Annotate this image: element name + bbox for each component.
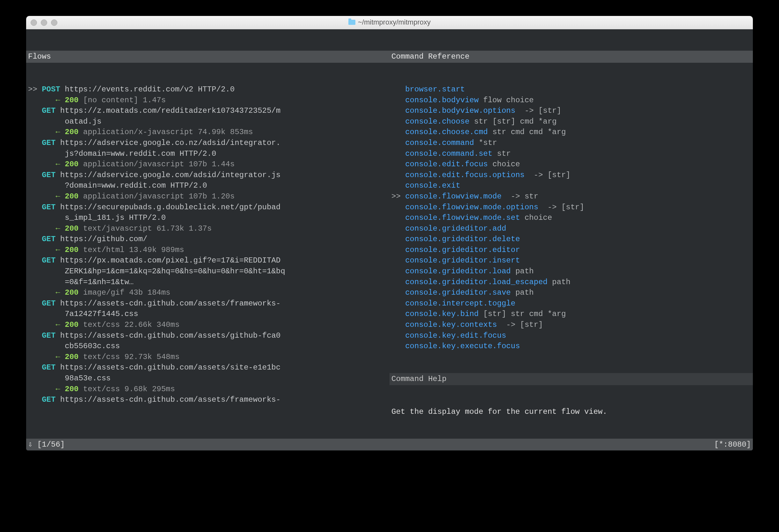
flow-row[interactable]: GET https://z.moatads.com/redditadzerk10… bbox=[26, 106, 390, 116]
response-meta: application/x-javascript 74.99k 853ms bbox=[83, 128, 253, 136]
command-row[interactable]: console.intercept.toggle bbox=[390, 298, 753, 309]
command-row[interactable]: console.key.bind [str] str cmd *arg bbox=[390, 309, 753, 320]
command-marker bbox=[392, 85, 401, 94]
command-row[interactable]: console.grideditor.editor bbox=[390, 245, 753, 256]
response-arrow-icon: ← bbox=[51, 246, 65, 254]
flow-row[interactable]: GET https://assets-cdn.github.com/assets… bbox=[26, 298, 390, 309]
status-bar: ⇩ [1/56] [*:8080] bbox=[26, 439, 753, 451]
command-marker bbox=[392, 181, 401, 190]
response-code: 200 bbox=[65, 192, 78, 201]
response-code: 200 bbox=[65, 96, 78, 105]
flow-url: https://events.reddit.com/v2 HTTP/2.0 bbox=[65, 85, 235, 94]
command-args: str [str] cmd *arg bbox=[474, 117, 556, 126]
flow-marker bbox=[28, 363, 37, 372]
flow-url-cont: js?domain=www.reddit.com HTTP/2.0 bbox=[26, 148, 390, 159]
command-help-header: Command Help bbox=[390, 373, 753, 385]
flow-row[interactable]: GET https://assets-cdn.github.com/assets… bbox=[26, 330, 390, 341]
command-row[interactable]: console.key.contexts -> [str] bbox=[390, 320, 753, 330]
flow-row[interactable]: GET https://px.moatads.com/pixel.gif?e=1… bbox=[26, 255, 390, 266]
command-name: console.choose bbox=[405, 117, 470, 126]
command-marker bbox=[392, 107, 401, 115]
zoom-icon[interactable] bbox=[51, 19, 57, 26]
flows-pane[interactable]: Flows >> POST https://events.reddit.com/… bbox=[26, 29, 390, 439]
command-row[interactable]: console.flowview.mode.options -> [str] bbox=[390, 202, 753, 213]
flow-url: https://assets-cdn.github.com/assets/git… bbox=[60, 331, 281, 340]
command-marker bbox=[392, 224, 401, 233]
command-name: console.command.set bbox=[405, 149, 492, 158]
command-row[interactable]: browser.start bbox=[390, 84, 753, 95]
flow-url: https://px.moatads.com/pixel.gif?e=17&i=… bbox=[60, 256, 281, 265]
command-name: console.bodyview.options bbox=[405, 107, 516, 115]
command-row[interactable]: console.bodyview.options -> [str] bbox=[390, 106, 753, 116]
command-args: choice bbox=[525, 213, 552, 222]
command-row[interactable]: console.grideditor.load path bbox=[390, 266, 753, 277]
response-meta: text/css 9.68k 295ms bbox=[83, 385, 175, 393]
command-marker bbox=[392, 160, 401, 169]
command-row[interactable]: console.grideditor.save path bbox=[390, 287, 753, 298]
close-icon[interactable] bbox=[31, 19, 37, 26]
flow-row[interactable]: GET https://securepubads.g.doubleclick.n… bbox=[26, 202, 390, 213]
command-return: -> [str] bbox=[548, 203, 584, 211]
http-method: GET bbox=[42, 331, 55, 340]
flow-row[interactable]: >> POST https://events.reddit.com/v2 HTT… bbox=[26, 84, 390, 95]
flow-row[interactable]: GET https://github.com/ bbox=[26, 234, 390, 245]
command-row[interactable]: console.bodyview flow choice bbox=[390, 95, 753, 106]
command-row[interactable]: console.key.execute.focus bbox=[390, 341, 753, 352]
flow-response: ← 200 text/css 22.66k 340ms bbox=[26, 320, 390, 330]
command-name: console.grideditor.editor bbox=[405, 246, 520, 254]
command-name: console.edit.focus bbox=[405, 160, 488, 169]
command-marker bbox=[392, 203, 401, 211]
flow-url: https://assets-cdn.github.com/assets/sit… bbox=[60, 363, 281, 372]
response-meta: image/gif 43b 184ms bbox=[83, 288, 171, 297]
command-row[interactable]: console.edit.focus choice bbox=[390, 159, 753, 170]
command-row[interactable]: console.choose str [str] cmd *arg bbox=[390, 116, 753, 127]
flow-url: https://github.com/ bbox=[60, 235, 147, 243]
command-marker bbox=[392, 288, 401, 297]
flow-marker bbox=[28, 331, 37, 340]
flow-row[interactable]: GET https://assets-cdn.github.com/assets… bbox=[26, 394, 390, 405]
command-name: console.key.edit.focus bbox=[405, 331, 506, 340]
command-name: console.grideditor.save bbox=[405, 288, 511, 297]
command-marker: >> bbox=[392, 192, 401, 201]
flow-row[interactable]: GET https://adservice.google.com/adsid/i… bbox=[26, 170, 390, 181]
command-row[interactable]: console.grideditor.load_escaped path bbox=[390, 277, 753, 288]
command-name: console.key.execute.focus bbox=[405, 342, 520, 350]
response-arrow-icon: ← bbox=[51, 385, 65, 393]
response-arrow-icon: ← bbox=[51, 288, 65, 297]
command-row[interactable]: console.choose.cmd str cmd cmd *arg bbox=[390, 127, 753, 138]
command-marker bbox=[392, 128, 401, 136]
command-row[interactable]: >> console.flowview.mode -> str bbox=[390, 191, 753, 202]
flow-url-cont: ZERK1&hp=1&cm=1&kq=2&hq=0&hs=0&hu=0&hr=0… bbox=[26, 266, 390, 277]
command-row[interactable]: console.grideditor.insert bbox=[390, 255, 753, 266]
response-code: 200 bbox=[65, 288, 78, 297]
flow-response: ← 200 application/javascript 107b 1.20s bbox=[26, 191, 390, 202]
flow-row[interactable]: GET https://assets-cdn.github.com/assets… bbox=[26, 362, 390, 373]
response-arrow-icon: ← bbox=[51, 128, 65, 136]
command-row[interactable]: console.command *str bbox=[390, 138, 753, 148]
flow-response: ← 200 application/x-javascript 74.99k 85… bbox=[26, 127, 390, 138]
titlebar: ~/mitmproxy/mitmproxy bbox=[26, 16, 753, 29]
command-row[interactable]: console.grideditor.add bbox=[390, 223, 753, 234]
command-row[interactable]: console.command.set str bbox=[390, 148, 753, 159]
flows-header: Flows bbox=[26, 51, 390, 63]
http-method: GET bbox=[42, 299, 55, 308]
flow-response: ← 200 text/javascript 61.73k 1.37s bbox=[26, 223, 390, 234]
command-row[interactable]: console.key.edit.focus bbox=[390, 330, 753, 341]
command-marker bbox=[392, 117, 401, 126]
command-list[interactable]: browser.start console.bodyview flow choi… bbox=[390, 84, 753, 352]
minimize-icon[interactable] bbox=[41, 19, 47, 26]
command-name: console.key.bind bbox=[405, 310, 478, 318]
command-marker bbox=[392, 278, 401, 286]
command-row[interactable]: console.exit bbox=[390, 180, 753, 191]
flows-list[interactable]: >> POST https://events.reddit.com/v2 HTT… bbox=[26, 84, 390, 405]
http-method: GET bbox=[42, 171, 55, 179]
flow-url-cont: 98a53e.css bbox=[26, 373, 390, 384]
command-row[interactable]: console.edit.focus.options -> [str] bbox=[390, 170, 753, 181]
command-row[interactable]: console.flowview.mode.set choice bbox=[390, 212, 753, 223]
flow-row[interactable]: GET https://adservice.google.co.nz/adsid… bbox=[26, 138, 390, 148]
flow-marker bbox=[28, 107, 37, 115]
command-name: console.grideditor.load_escaped bbox=[405, 278, 547, 286]
command-row[interactable]: console.grideditor.delete bbox=[390, 234, 753, 245]
flow-url-cont: s_impl_181.js HTTP/2.0 bbox=[26, 212, 390, 223]
command-pane[interactable]: Command Reference browser.start console.… bbox=[390, 29, 753, 439]
